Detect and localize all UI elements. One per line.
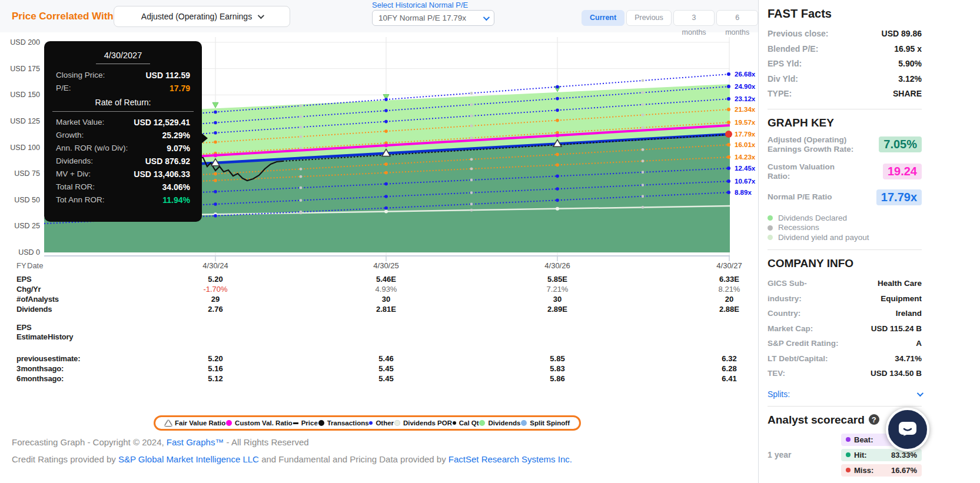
tooltip-row-label: Growth:: [56, 129, 84, 142]
legend-item: Other: [369, 419, 394, 427]
bullet-dot-icon: [768, 235, 773, 240]
table-row-label: 3 months ago:: [16, 364, 64, 373]
info-sidebar: FAST Facts Previous close:USD 89.86Blend…: [758, 0, 980, 483]
section-divider: [768, 109, 922, 109]
splits-toggle[interactable]: Splits:: [768, 389, 922, 399]
table-row-label: # of Analysts: [16, 295, 59, 304]
legend-item-label: Dividends: [488, 419, 520, 427]
fast-fact-row-label: Previous close:: [768, 26, 829, 42]
credits-text: and Fundamental and Pricing Data provide…: [259, 454, 449, 464]
company-info-row-value: 34.71%: [895, 351, 922, 367]
bullet-label: Recessions: [778, 223, 819, 233]
fast-fact-row-label: EPS Yld:: [768, 56, 802, 72]
fast-fact-row-label: Blended P/E:: [768, 42, 818, 57]
company-info-row-label: Country:: [768, 306, 800, 321]
badge-label: Hit:: [854, 451, 867, 459]
estimate-row: 3 months ago:5.165.455.836.28: [0, 364, 758, 374]
tooltip-row-value: 25.29%: [162, 129, 190, 142]
table-row-label: EPS: [16, 275, 31, 284]
estimate-row: 6 months ago:5.125.455.866.41: [0, 374, 758, 384]
table-cell: 5.85E: [516, 275, 599, 284]
copyright-line: Forecasting Graph - Copyright © 2024, Fa…: [12, 437, 309, 447]
graph-key-title: GRAPH KEY: [768, 116, 922, 129]
legend-item: Transactions: [318, 419, 369, 427]
graph-key-bullet: Dividends Declared: [768, 214, 922, 224]
graph-key-row-label: Adjusted (Operating) Earnings Growth Rat…: [768, 135, 856, 154]
fast-facts-rows: Previous close:USD 89.86Blended P/E:16.9…: [768, 26, 922, 102]
fast-fact-row-value: 3.12%: [898, 72, 922, 87]
company-info-row: Market Cap:USD 115.24 B: [768, 321, 922, 337]
chart-tooltip: 4/30/2027 Closing Price:USD 112.59P/E:17…: [44, 41, 202, 222]
table-cell: 5.83: [516, 364, 599, 373]
fast-fact-row: Blended P/E:16.95 x: [768, 42, 922, 57]
tooltip-row-value: USD 876.92: [145, 155, 190, 168]
fastgraphs-app: Price Correlated With Adjusted (Operatin…: [0, 0, 980, 483]
tooltip-row-label: Total ROR:: [56, 181, 95, 194]
table-cell: 7.21%: [516, 285, 599, 294]
company-info-row-label: S&P Credit Rating:: [768, 336, 839, 351]
estimate-history-header: Estimate History: [0, 332, 758, 342]
company-info-row-value: USD 134.50 B: [871, 366, 922, 381]
company-info-row-label: TEV:: [768, 366, 785, 381]
graph-key-bullet: Recessions: [768, 223, 922, 233]
table-cell: 5.45: [345, 374, 427, 383]
company-info-title: COMPANY INFO: [768, 257, 922, 270]
company-info-row: GICS Sub-industry:Health Care Equipment: [768, 276, 922, 306]
estimate-row: previous estimate:5.205.465.856.32: [0, 354, 758, 364]
factset-link[interactable]: FactSet Research Systems Inc.: [449, 454, 572, 464]
tooltip-date-text: 4/30/2027: [96, 51, 151, 64]
legend-item-label: Price: [301, 419, 318, 427]
legend-item: Split Spinoff: [521, 419, 570, 427]
legend-dot-icon: [521, 420, 527, 426]
bullet-label: Dividends Declared: [778, 214, 847, 224]
fast-fact-row-label: TYPE:: [768, 86, 792, 102]
legend-dot-icon: [479, 420, 485, 426]
chart-legend: Fair Value RatioCustom Val. RatioPriceTr…: [154, 415, 581, 431]
legend-dot-icon: [453, 421, 456, 425]
legend-item-label: Split Spinoff: [530, 419, 570, 427]
graph-key-value-badge: 7.05%: [879, 136, 922, 152]
legend-dot-icon: [318, 420, 324, 426]
graph-key-row: Normal P/E Ratio17.79x: [768, 189, 922, 205]
company-info-row-value: A: [916, 336, 922, 351]
table-cell: 5.20: [174, 275, 257, 284]
graph-key-row-label: Normal P/E Ratio: [768, 192, 832, 202]
legend-item: Dividends POR: [394, 419, 452, 427]
graph-key-bullet: Dividend yield and payout: [768, 233, 922, 243]
tooltip-row-label: Closing Price:: [56, 69, 105, 82]
tooltip-row-label: Tot Ann ROR:: [56, 194, 105, 206]
legend-item: Cal Qt: [453, 419, 479, 427]
legend-item-label: Dividends POR: [403, 419, 452, 427]
table-cell: 5.46: [345, 354, 427, 363]
scorecard-period-label: 1 year: [768, 450, 841, 459]
tooltip-date: 4/30/2027: [44, 50, 202, 64]
table-row-label: Dividends: [16, 305, 52, 314]
scorecard-badge: Miss:16.67%: [841, 464, 922, 477]
company-info-row-label: GICS Sub-industry:: [768, 276, 838, 306]
sp-global-link[interactable]: S&P Global Market Intelligence LLC: [118, 454, 259, 464]
badge-value: 83.33%: [891, 451, 917, 459]
help-icon[interactable]: ?: [869, 414, 879, 425]
fast-fact-row-value: SHARE: [893, 86, 922, 102]
table-row-label: Chg/Yr: [16, 285, 41, 294]
table-row: EPS5.205.46E5.85E6.33E: [0, 275, 758, 285]
fast-fact-row: TYPE:SHARE: [768, 86, 922, 102]
badge-label: Miss:: [854, 466, 873, 475]
badge-dot-icon: [846, 468, 851, 472]
table-cell: 5.85: [516, 354, 599, 363]
chevron-down-icon: [917, 389, 923, 396]
tooltip-row-value: 34.06%: [162, 181, 190, 194]
tooltip-row: Ann. ROR (w/o Div):9.07%: [44, 142, 202, 155]
fast-graphs-link[interactable]: Fast Graphs™: [167, 437, 224, 447]
graph-key-bullets: Dividends DeclaredRecessionsDividend yie…: [768, 214, 922, 243]
legend-item-label: Transactions: [327, 419, 369, 427]
graph-key-value-badge: 17.79x: [876, 189, 922, 205]
legend-item: Price: [293, 419, 318, 427]
company-info-row-value: Ireland: [896, 306, 922, 321]
table-row: Dividends2.762.81E2.89E2.88E: [0, 305, 758, 315]
tooltip-row: Market Value:USD 12,529.41: [44, 116, 202, 129]
tooltip-row-value: 17.79: [170, 82, 190, 95]
table-cell: 5.86: [516, 374, 599, 383]
tooltip-row-label: Ann. ROR (w/o Div):: [56, 142, 128, 155]
chat-bubble-button[interactable]: [886, 408, 929, 451]
